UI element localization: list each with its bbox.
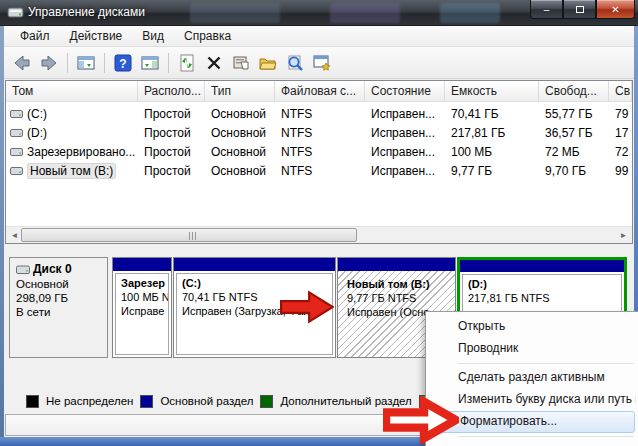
refresh-icon[interactable]	[175, 51, 199, 75]
cell-free-pct: 79	[609, 107, 632, 121]
legend-label: Основной раздел	[160, 395, 253, 407]
scrollbar-thumb[interactable]	[21, 228, 357, 242]
volume-name: (C:)	[27, 107, 47, 121]
menu-action[interactable]: Действие	[60, 26, 133, 46]
toolbar-separator	[104, 53, 105, 73]
help-glyph: ?	[119, 56, 126, 70]
cell-type: Основной	[205, 126, 275, 140]
help-icon[interactable]: ?	[111, 51, 135, 75]
cell-type: Основной	[205, 145, 275, 159]
partition-size: 100 МБ N	[121, 291, 168, 303]
cell-free: 72 МБ	[539, 145, 609, 159]
show-console-tree-icon[interactable]	[74, 51, 98, 75]
partition-system-reserved[interactable]: Зарезер 100 МБ N Исправе	[112, 257, 172, 358]
table-row[interactable]: (D:) Простой Основной NTFS Исправен... 2…	[6, 123, 632, 142]
col-free[interactable]: Свобод...	[539, 81, 609, 101]
menu-bar: Файл Действие Вид Справка	[4, 26, 634, 47]
cell-capacity: 100 МБ	[445, 145, 539, 159]
menu-item-explorer[interactable]: Проводник	[428, 338, 636, 360]
titlebar-glass-blur	[190, 3, 280, 23]
disk-name: Диск 0	[33, 262, 72, 276]
cell-free: 9,70 ГБ	[539, 164, 609, 178]
partition-size: 217,81 ГБ NTFS	[468, 292, 621, 304]
col-capacity[interactable]: Емкость	[445, 81, 539, 101]
scroll-right-arrow[interactable]: ►	[615, 227, 632, 243]
volume-icon	[10, 166, 23, 176]
col-status[interactable]: Состояние	[365, 81, 445, 101]
col-layout[interactable]: Располо...	[138, 81, 205, 101]
titlebar-glass-blur	[330, 3, 400, 23]
cell-filesystem: NTFS	[275, 126, 365, 140]
show-action-pane-icon[interactable]	[138, 51, 162, 75]
toolbar-separator	[168, 53, 169, 73]
menu-item-mark-active[interactable]: Сделать раздел активным	[428, 367, 636, 389]
menu-item-open[interactable]: Открыть	[428, 316, 636, 338]
app-icon	[7, 5, 24, 24]
close-button[interactable]: ✕	[596, 0, 635, 19]
table-row[interactable]: (C:) Простой Основной NTFS Исправен... 7…	[6, 104, 632, 123]
col-free-pct[interactable]: Св	[609, 81, 632, 101]
cell-status: Исправен...	[365, 164, 445, 178]
find-icon[interactable]	[283, 51, 307, 75]
delete-icon[interactable]	[202, 51, 226, 75]
disk0-info-panel[interactable]: Диск 0 Основной 298,09 ГБ В сети	[9, 257, 108, 358]
cell-status: Исправен...	[365, 107, 445, 121]
open-folder-icon[interactable]	[256, 51, 280, 75]
legend-swatch-extended	[260, 395, 273, 408]
back-icon[interactable]	[10, 51, 34, 75]
cell-status: Исправен...	[365, 145, 445, 159]
partition-type-bar	[174, 258, 335, 271]
cell-capacity: 217,81 ГБ	[445, 126, 539, 140]
cell-free: 36,57 ГБ	[539, 126, 609, 140]
titlebar-glass-blur	[440, 3, 500, 23]
partition-type-bar	[338, 258, 455, 271]
disk-type: Основной	[16, 278, 107, 290]
volume-name: Новый том (B:)	[27, 163, 116, 179]
maximize-glyph	[576, 6, 584, 13]
volume-name: (D:)	[27, 126, 47, 140]
scrollbar-grip	[189, 232, 198, 240]
horizontal-scrollbar[interactable]: ◄ ►	[6, 226, 632, 243]
cell-free-pct: 72	[609, 145, 632, 159]
col-filesystem[interactable]: Файловая с...	[275, 81, 365, 101]
partition-title: Новый том (B:)	[347, 278, 453, 290]
partition-size: 9,77 ГБ NTFS	[347, 292, 453, 304]
menu-separator	[458, 363, 634, 364]
cell-free: 55,77 ГБ	[539, 107, 609, 121]
menu-help[interactable]: Справка	[174, 26, 241, 46]
annotation-arrow-partition	[280, 289, 334, 325]
cell-filesystem: NTFS	[275, 164, 365, 178]
properties-icon[interactable]	[229, 51, 253, 75]
cell-layout: Простой	[138, 164, 205, 178]
forward-icon[interactable]	[37, 51, 61, 75]
toolbar-separator	[67, 53, 68, 73]
partition-title: Зарезер	[121, 277, 168, 289]
col-type[interactable]: Тип	[205, 81, 275, 101]
annotation-arrow-format	[383, 396, 459, 444]
col-volume[interactable]: Том	[6, 81, 138, 101]
menu-item-format[interactable]: Форматировать...	[429, 411, 635, 433]
titlebar[interactable]: Управление дисками – ✕	[0, 0, 638, 26]
minimize-button[interactable]: –	[530, 0, 563, 19]
disk-settings-icon[interactable]	[310, 51, 334, 75]
cell-layout: Простой	[138, 107, 205, 121]
menu-view[interactable]: Вид	[132, 26, 174, 46]
volume-icon	[10, 128, 23, 138]
cell-type: Основной	[205, 164, 275, 178]
menu-file[interactable]: Файл	[10, 26, 60, 46]
volume-list-pane: Том Располо... Тип Файловая с... Состоян…	[5, 80, 633, 244]
cell-layout: Простой	[138, 145, 205, 159]
menu-item-change-letter[interactable]: Изменить букву диска или путь к	[428, 389, 636, 411]
cell-capacity: 70,41 ГБ	[445, 107, 539, 121]
table-row-selected[interactable]: Новый том (B:) Простой Основной NTFS Исп…	[6, 161, 632, 180]
maximize-button[interactable]	[563, 0, 596, 19]
volume-icon	[10, 109, 23, 119]
disk-size: 298,09 ГБ	[16, 292, 107, 304]
partition-status: Исправе	[121, 305, 168, 317]
cell-type: Основной	[205, 107, 275, 121]
table-row[interactable]: Зарезервировано... Простой Основной NTFS…	[6, 142, 632, 161]
disk-icon	[16, 264, 30, 275]
legend-label: Не распределен	[46, 395, 133, 407]
legend-swatch-unallocated	[26, 395, 39, 408]
volume-name: Зарезервировано...	[27, 145, 135, 159]
